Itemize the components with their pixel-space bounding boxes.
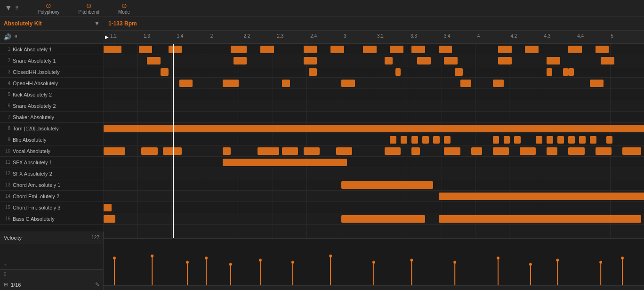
dropdown-icon[interactable]: ▼ [94, 20, 100, 27]
note-block[interactable] [557, 136, 564, 144]
note-block[interactable] [547, 57, 560, 64]
note-block[interactable] [622, 147, 641, 155]
note-block[interactable] [547, 147, 557, 155]
note-block[interactable] [341, 80, 355, 87]
note-block[interactable] [341, 181, 433, 189]
note-block[interactable] [390, 136, 396, 144]
note-block[interactable] [498, 46, 512, 53]
edit-icon[interactable]: ✎ [95, 282, 99, 288]
piano-roll[interactable] [104, 44, 644, 238]
track-row[interactable]: 1 Kick Absolutely 1 [0, 44, 104, 55]
speaker-icon[interactable]: 🔊 [4, 33, 11, 40]
note-block[interactable] [444, 136, 451, 144]
note-block[interactable] [260, 46, 274, 53]
note-block[interactable] [460, 80, 471, 87]
note-block[interactable] [104, 215, 115, 223]
note-block[interactable] [304, 57, 317, 64]
track-row[interactable]: 12 SFX Absolutely 2 [0, 168, 104, 179]
track-row[interactable]: 4 OpenHH Absolutely [0, 78, 104, 89]
note-block[interactable] [336, 147, 352, 155]
note-block[interactable] [411, 46, 425, 53]
note-block[interactable] [117, 46, 121, 53]
note-block[interactable] [401, 136, 407, 144]
note-block[interactable] [309, 68, 317, 76]
track-row[interactable]: 5 Kick Absolutely 2 [0, 89, 104, 100]
note-block[interactable] [498, 57, 512, 64]
note-block[interactable] [444, 57, 458, 64]
note-block[interactable] [433, 136, 440, 144]
note-block[interactable] [411, 136, 418, 144]
note-block[interactable] [147, 57, 161, 64]
note-block[interactable] [439, 215, 642, 223]
note-block[interactable] [282, 80, 290, 87]
note-block[interactable] [417, 57, 431, 64]
note-block[interactable] [493, 80, 504, 87]
note-block[interactable] [601, 57, 614, 64]
note-block[interactable] [179, 80, 193, 87]
note-block[interactable] [304, 147, 320, 155]
note-block[interactable] [231, 46, 247, 53]
note-block[interactable] [233, 57, 247, 64]
note-block[interactable] [139, 46, 153, 53]
track-row[interactable]: 16 Bass C Absolutely [0, 213, 104, 225]
note-block[interactable] [390, 46, 403, 53]
grid-dots-icon[interactable]: ⠿ [14, 34, 17, 40]
note-block[interactable] [568, 68, 573, 76]
note-block[interactable] [525, 46, 539, 53]
note-block[interactable] [385, 57, 393, 64]
note-block[interactable] [514, 136, 521, 144]
note-block[interactable] [568, 147, 584, 155]
note-block[interactable] [596, 147, 612, 155]
note-block[interactable] [282, 147, 298, 155]
note-block[interactable] [104, 204, 112, 211]
note-block[interactable] [590, 80, 604, 87]
note-block[interactable] [439, 46, 452, 53]
note-block[interactable] [493, 136, 499, 144]
note-block[interactable] [341, 215, 425, 223]
note-block[interactable] [104, 147, 125, 155]
note-block[interactable] [455, 68, 463, 76]
note-block[interactable] [169, 46, 182, 53]
note-block[interactable] [141, 147, 157, 155]
track-row[interactable]: 15 Chord Fm..solutely 3 [0, 202, 104, 213]
horizontal-scrollbar[interactable] [104, 285, 644, 290]
timeline-ruler[interactable]: ▶ 1.21.31.422.22.32.433.23.33.444.24.34.… [104, 31, 644, 44]
note-block[interactable] [385, 147, 401, 155]
note-block[interactable] [590, 136, 596, 144]
note-block[interactable] [596, 46, 609, 53]
note-block[interactable] [568, 46, 582, 53]
note-block[interactable] [223, 80, 239, 87]
note-block[interactable] [258, 147, 279, 155]
note-block[interactable] [422, 136, 429, 144]
track-row[interactable]: 8 Tom [120]..bsolutely [0, 123, 104, 134]
note-block[interactable] [606, 136, 613, 144]
note-block[interactable] [568, 136, 575, 144]
note-block[interactable] [363, 46, 377, 53]
note-block[interactable] [493, 147, 509, 155]
track-row[interactable]: 6 Snare Absolutely 2 [0, 100, 104, 112]
note-block[interactable] [395, 68, 401, 76]
note-block[interactable] [547, 68, 552, 76]
note-block[interactable] [223, 147, 231, 155]
note-block[interactable] [411, 147, 419, 155]
note-block[interactable] [304, 46, 317, 53]
playhead-button[interactable]: ▶ [105, 34, 109, 40]
note-block[interactable] [439, 193, 644, 200]
note-block[interactable] [536, 136, 542, 144]
note-block[interactable] [579, 136, 586, 144]
note-block[interactable] [104, 46, 117, 53]
note-block[interactable] [223, 159, 347, 166]
note-block[interactable] [444, 147, 460, 155]
note-block[interactable] [547, 136, 553, 144]
track-row[interactable]: 7 Shaker Absolutely [0, 112, 104, 123]
note-block[interactable] [330, 46, 344, 53]
track-row[interactable]: 3 ClosedHH..bsolutely [0, 66, 104, 78]
track-row[interactable]: 9 Blip Absolutely [0, 134, 104, 145]
track-row[interactable]: 11 SFX Absolutely 1 [0, 157, 104, 168]
track-row[interactable]: 2 Snare Absolutely 1 [0, 55, 104, 66]
note-block[interactable] [471, 147, 482, 155]
velocity-add-icon[interactable]: + [4, 262, 7, 267]
note-block[interactable] [563, 68, 568, 76]
chevron-down-icon[interactable]: ▼ [5, 4, 12, 12]
track-row[interactable]: 13 Chord Am..solutely 1 [0, 179, 104, 191]
